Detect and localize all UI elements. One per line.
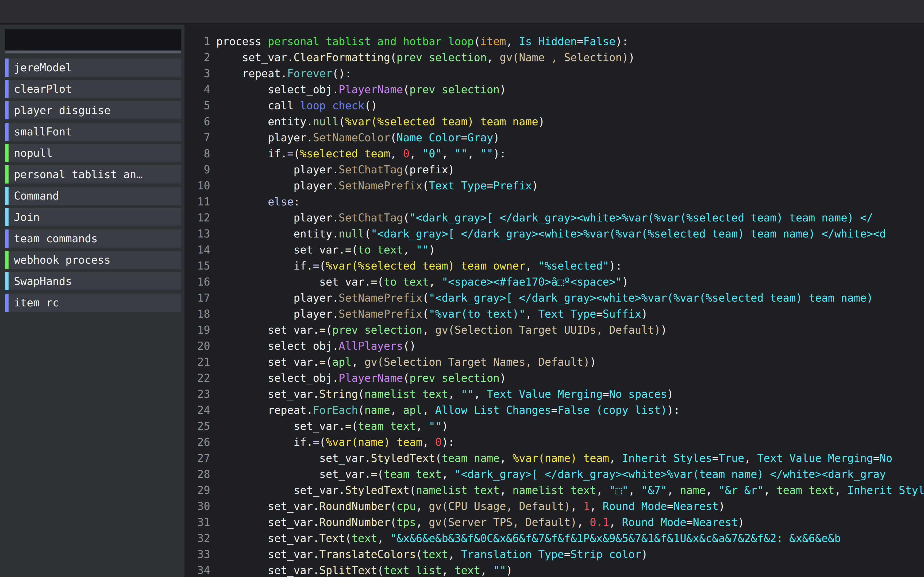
code-token: select_obj. bbox=[268, 340, 339, 352]
code-token: player. bbox=[294, 211, 339, 224]
code-editor[interactable]: 1process personal tablist and hotbar loo… bbox=[184, 24, 924, 577]
code-token: , bbox=[525, 259, 538, 272]
item-accent-bar bbox=[5, 229, 8, 248]
code-token: gv(CPU Usage, Default) bbox=[429, 500, 570, 513]
code-token: = bbox=[345, 243, 352, 256]
sidebar-item[interactable]: nopull bbox=[5, 144, 181, 162]
main-area: _ jereModelclearPlotplayer disguisesmall… bbox=[0, 24, 924, 577]
code-line-source: set_var.=(to text, "<space><#fae170>â⬚º<… bbox=[216, 274, 628, 290]
code-token: ( bbox=[358, 388, 364, 400]
code-token: : bbox=[294, 195, 300, 208]
code-token: ( bbox=[319, 259, 326, 272]
code-token: %var(name) team bbox=[512, 452, 609, 464]
code-token: text bbox=[352, 532, 377, 545]
code-token: namelist text bbox=[512, 484, 596, 496]
code-line: 34 set_var.SplitText(text list, text, ""… bbox=[184, 562, 924, 577]
search-input[interactable]: _ bbox=[5, 29, 181, 50]
code-token: , bbox=[448, 388, 461, 400]
code-token: AllPlayers bbox=[339, 340, 403, 352]
code-token: ): bbox=[667, 404, 680, 416]
sidebar-item[interactable]: Command bbox=[5, 187, 181, 205]
sidebar-item[interactable]: Join bbox=[5, 208, 181, 226]
sidebar-item[interactable]: team commands bbox=[5, 229, 181, 248]
code-token: , bbox=[448, 548, 461, 561]
code-line-source: set_var.=(apl, gv(Selection Target Names… bbox=[216, 354, 596, 370]
code-line-source: player.SetNamePrefix(Text Type=Prefix) bbox=[216, 177, 538, 193]
code-token: apl bbox=[403, 404, 422, 416]
code-token: , bbox=[706, 484, 719, 496]
process-sidebar: _ jereModelclearPlotplayer disguisesmall… bbox=[0, 24, 184, 577]
code-token: Prefix bbox=[493, 179, 532, 192]
code-token: name bbox=[680, 484, 706, 496]
code-token: select_obj. bbox=[268, 372, 339, 384]
code-line: 14 set_var.=(to text, "") bbox=[184, 242, 924, 258]
code-token: , bbox=[500, 452, 512, 464]
code-token: = bbox=[371, 468, 377, 480]
code-token: = bbox=[603, 388, 609, 400]
sidebar-item[interactable]: SwapHands bbox=[5, 272, 181, 290]
sidebar-item-label: clearPlot bbox=[8, 83, 72, 95]
code-token: set_var. bbox=[319, 468, 371, 480]
line-number: 15 bbox=[184, 258, 210, 274]
code-line: 12 player.SetChatTag("<dark_gray>[ </dar… bbox=[184, 210, 924, 226]
code-token: text list bbox=[384, 564, 442, 577]
code-token: gv(Selection Target UUIDs, Default) bbox=[435, 324, 661, 336]
sidebar-item[interactable]: smallFont bbox=[5, 122, 181, 141]
code-token: "" bbox=[416, 243, 429, 256]
code-line: 29 set_var.StyledText(namelist text, nam… bbox=[184, 482, 924, 498]
sidebar-item-label: Command bbox=[8, 190, 59, 202]
code-token: ) bbox=[661, 324, 667, 336]
code-token: StyledText bbox=[345, 484, 410, 496]
process-list: jereModelclearPlotplayer disguisesmallFo… bbox=[5, 58, 184, 312]
code-line: 25 set_var.=(team text, "") bbox=[184, 418, 924, 434]
sidebar-item[interactable]: clearPlot bbox=[5, 80, 181, 98]
code-token: gv(Name , Selection) bbox=[500, 51, 628, 64]
code-token: %var(%selected team) team owner bbox=[326, 259, 525, 272]
sidebar-item[interactable]: personal tablist an… bbox=[5, 165, 181, 184]
code-line-source: set_var.=(prev selection, gv(Selection T… bbox=[216, 322, 667, 338]
code-token: namelist text bbox=[416, 484, 500, 496]
code-token: , bbox=[442, 564, 454, 577]
code-token: , bbox=[486, 51, 499, 64]
code-token: entity. bbox=[294, 227, 339, 240]
code-token: ) bbox=[641, 308, 648, 320]
code-token: "<dark_gray>[ </dark_gray><white>%var(te… bbox=[454, 468, 886, 480]
code-token: set_var. bbox=[268, 516, 320, 529]
code-line: 13 entity.null("<dark_gray>[ </dark_gray… bbox=[184, 226, 924, 242]
code-token: "" bbox=[461, 388, 474, 400]
code-token: ( bbox=[409, 484, 416, 496]
code-token: , bbox=[442, 147, 454, 160]
code-token: to text bbox=[384, 276, 429, 288]
code-line-source: repeat.ForEach(name, apl, Allow List Cha… bbox=[216, 402, 680, 418]
code-token: , bbox=[506, 35, 519, 48]
code-line-source: player.SetNameColor(Name Color=Gray) bbox=[216, 130, 500, 146]
code-line: 28 set_var.=(team text, "<dark_gray>[ </… bbox=[184, 466, 924, 482]
item-accent-bar bbox=[5, 208, 8, 226]
code-line-source: set_var.StyledText(team name, %var(name)… bbox=[216, 450, 892, 466]
code-token: ( bbox=[422, 308, 429, 320]
code-line: 17 player.SetNamePrefix("<dark_gray>[ </… bbox=[184, 290, 924, 306]
code-token: = bbox=[319, 324, 326, 336]
code-token: , bbox=[744, 452, 757, 464]
code-token: "<space><#fae170>â⬚º<space>" bbox=[442, 276, 622, 288]
code-line-source: entity.null("<dark_gray>[ </dark_gray><w… bbox=[216, 226, 886, 242]
line-number: 31 bbox=[184, 514, 210, 530]
sidebar-scrollbar[interactable] bbox=[5, 51, 181, 53]
code-token: ( bbox=[390, 131, 396, 144]
code-token: gv(Selection Target Names, Default) bbox=[364, 356, 590, 368]
sidebar-item[interactable]: webhook process bbox=[5, 251, 181, 269]
code-token: "<dark_gray>[ </dark_gray><white>%var(%v… bbox=[371, 227, 886, 240]
code-token: ) bbox=[500, 83, 506, 96]
sidebar-item[interactable]: item rc bbox=[5, 293, 181, 312]
code-line-source: set_var.=(to text, "") bbox=[216, 242, 435, 258]
code-token: = bbox=[287, 147, 294, 160]
line-number: 13 bbox=[184, 226, 210, 242]
code-line-source: set_var.SplitText(text list, text, "") bbox=[216, 562, 512, 577]
sidebar-item[interactable]: jereModel bbox=[5, 58, 181, 77]
code-token: ( bbox=[416, 548, 422, 561]
line-number: 11 bbox=[184, 193, 210, 210]
sidebar-item[interactable]: player disguise bbox=[5, 101, 181, 119]
line-number: 18 bbox=[184, 306, 210, 322]
code-line-source: repeat.Forever(): bbox=[216, 66, 352, 82]
code-token: ( bbox=[364, 227, 371, 240]
